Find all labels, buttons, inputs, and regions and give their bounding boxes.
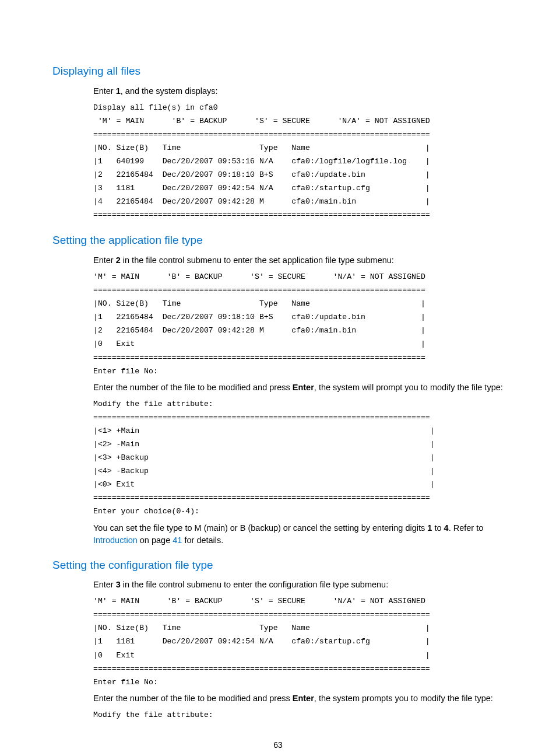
text: Enter the number of the file to be modif… xyxy=(93,383,293,392)
section-1-body: Enter 1, and the system displays: Displa… xyxy=(93,85,504,222)
text-bold: 3 xyxy=(116,580,121,589)
page-number: 63 xyxy=(52,739,504,751)
text: Enter xyxy=(93,256,116,265)
text-bold: 1 xyxy=(116,86,121,96)
text: in the file control submenu to enter the… xyxy=(121,256,394,265)
section3-para1: Enter 3 in the file control submenu to e… xyxy=(93,579,504,591)
text: , and the system displays: xyxy=(121,86,218,96)
text-bold: 2 xyxy=(116,256,121,265)
heading-displaying-all-files: Displaying all files xyxy=(52,63,504,79)
link-introduction[interactable]: Introduction xyxy=(93,536,138,545)
code-block-2b: Modify the file attribute: =============… xyxy=(93,397,504,519)
section1-para1: Enter 1, and the system displays: xyxy=(93,85,504,97)
code-block-3a: 'M' = MAIN 'B' = BACKUP 'S' = SECURE 'N/… xyxy=(93,594,504,689)
heading-setting-configuration-file-type: Setting the configuration file type xyxy=(52,557,504,573)
code-block-3b: Modify the file attribute: xyxy=(93,708,504,722)
text: You can set the file type to M (main) or… xyxy=(93,523,427,533)
section2-para3: You can set the file type to M (main) or… xyxy=(93,522,504,547)
text: Enter xyxy=(93,580,116,589)
text: in the file control submenu to enter the… xyxy=(121,580,388,589)
link-page-41[interactable]: 41 xyxy=(173,536,182,545)
section2-para2: Enter the number of the file to be modif… xyxy=(93,382,504,394)
text: to xyxy=(432,523,444,533)
text: , the system will prompt you to modify t… xyxy=(314,383,503,392)
text-bold: 4 xyxy=(444,523,449,533)
text: for details. xyxy=(182,536,223,545)
section3-para2: Enter the number of the file to be modif… xyxy=(93,692,504,705)
text: . Refer to xyxy=(449,523,484,533)
code-block-1: Display all file(s) in cfa0 'M' = MAIN '… xyxy=(93,101,504,222)
section-2-body: Enter 2 in the file control submenu to e… xyxy=(93,254,504,547)
text: , the system prompts you to modify the f… xyxy=(314,694,493,703)
section2-para1: Enter 2 in the file control submenu to e… xyxy=(93,254,504,267)
section-3-body: Enter 3 in the file control submenu to e… xyxy=(93,579,504,722)
heading-setting-application-file-type: Setting the application file type xyxy=(52,232,504,249)
text-bold: Enter xyxy=(293,694,314,703)
code-block-2a: 'M' = MAIN 'B' = BACKUP 'S' = SECURE 'N/… xyxy=(93,270,504,378)
text: Enter xyxy=(93,86,116,96)
text: on page xyxy=(138,536,173,545)
text: Enter the number of the file to be modif… xyxy=(93,694,293,703)
text-bold: Enter xyxy=(293,383,314,392)
